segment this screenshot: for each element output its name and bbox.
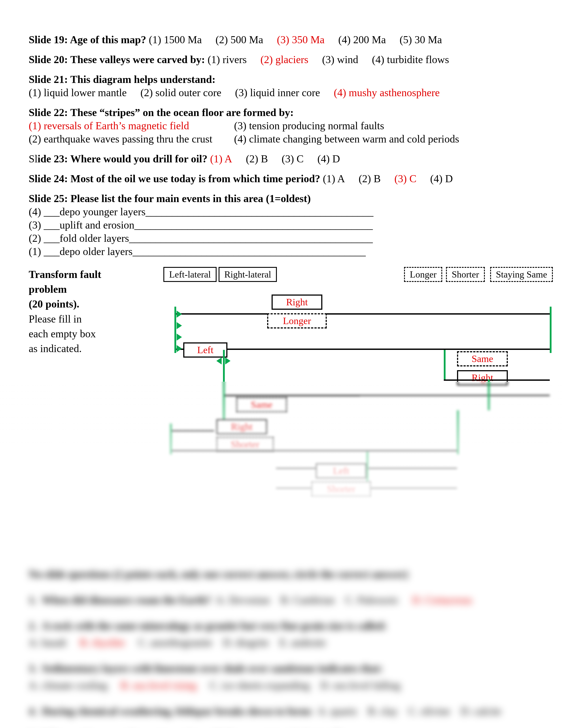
answer-box-right-3: Right: [216, 419, 267, 434]
answer-box-same-2: Same: [236, 397, 287, 412]
q21-opt-4: (4) mushy asthenosphere: [334, 86, 440, 99]
tag-left-lateral: Left-lateral: [163, 267, 216, 282]
tf-instructions: Transform fault problem (20 points). Ple…: [29, 267, 143, 356]
q21-opt-2: (2) solid outer core: [140, 86, 221, 99]
tf-instr-2: each empty box: [29, 326, 143, 341]
answer-box-right-1: Right: [271, 295, 322, 310]
q24-opt-2: (2) B: [359, 172, 381, 185]
ridge-segment-1: [174, 307, 176, 353]
answer-box-right-2: Right: [457, 370, 508, 385]
tag-shorter: Shorter: [446, 267, 485, 282]
blur-q2: 2. A rock with the same mineralogy as gr…: [29, 617, 534, 651]
q25-line-2: (2) ___fold older layers________________…: [29, 232, 534, 245]
tf-title-3: (20 points).: [29, 296, 143, 311]
answer-box-shorter-2: Shorter: [311, 481, 371, 497]
answer-box-longer-1: Longer: [267, 313, 327, 328]
q25-line-3: (3) ___uplift and erosion_______________…: [29, 218, 534, 232]
tag-staying-same: Staying Same: [490, 267, 553, 282]
q25-prompt: Slide 25: Please list the four main even…: [29, 192, 534, 205]
q23-opt-1: (1) A: [210, 152, 232, 165]
blurred-preview-content: No-slide questions (2 points each, only …: [29, 566, 534, 728]
ridge-segment-1b: [550, 307, 552, 353]
q24-prompt: Slide 24: Most of the oil we use today i…: [29, 173, 320, 184]
q25-line-4: (4) ___depo younger layers______________…: [29, 205, 534, 218]
tf-title-2: problem: [29, 282, 143, 296]
q23-opt-4: (4) D: [317, 152, 340, 165]
q24-opt-3: (3) C: [394, 172, 416, 185]
tf-instr-1: Please fill in: [29, 311, 143, 326]
q22-prompt: Slide 22: These “stripes” on the ocean f…: [29, 106, 534, 119]
question-24: Slide 24: Most of the oil we use today i…: [29, 172, 534, 185]
question-25: Slide 25: Please list the four main even…: [29, 192, 534, 258]
q20-prompt: Slide 20: These valleys were carved by:: [29, 54, 205, 65]
q23-opt-3: (3) C: [282, 152, 304, 165]
q21-opt-3: (3) liquid inner core: [235, 86, 320, 99]
q20-opt-3: (3) wind: [322, 53, 358, 66]
q19-opt-3: (3) 350 Ma: [277, 33, 325, 46]
q23-prompt: ide 23: Where would you drill for oil?: [38, 153, 207, 165]
q19-opt-2: (2) 500 Ma: [215, 33, 263, 46]
q22-opt-3: (3) tension producing normal faults: [234, 119, 459, 132]
answer-box-left-2: Left: [316, 463, 367, 478]
q20-opt-1: (1) rivers: [207, 53, 246, 66]
tf-header-labels: Left-lateral Right-lateral Longer Shorte…: [157, 267, 563, 285]
q24-opt-4: (4) D: [430, 172, 453, 185]
tag-longer: Longer: [404, 267, 442, 282]
q22-opt-2: (2) earthquake waves passing thru the cr…: [29, 132, 234, 146]
answer-box-left-1: Left: [183, 342, 227, 358]
tf-instr-3: as indicated.: [29, 341, 143, 356]
question-19: Slide 19: Age of this map? (1) 1500 Ma (…: [29, 33, 534, 46]
answer-box-shorter-1: Shorter: [216, 437, 274, 452]
transform-fault-diagram: Right Longer Left Same Right Same: [157, 300, 554, 525]
q19-opt-4: (4) 200 Ma: [338, 33, 386, 46]
q20-opt-2: (2) glaciers: [260, 53, 308, 66]
blur-q4: 4. During chemical weathering, feldspar …: [29, 703, 534, 720]
q20-opt-4: (4) turbidite flows: [372, 53, 449, 66]
question-21: Slide 21: This diagram helps understand:…: [29, 73, 534, 99]
question-22: Slide 22: These “stripes” on the ocean f…: [29, 106, 534, 146]
blur-q3: 3. Sedimentary layers with limestone ove…: [29, 660, 534, 694]
tag-right-lateral: Right-lateral: [218, 267, 277, 282]
tf-title-1: Transform fault: [29, 267, 143, 282]
question-23: Slide 23: Where would you drill for oil?…: [29, 152, 534, 165]
q22-opt-4: (4) climate changing between warm and co…: [234, 132, 459, 146]
transform-fault-problem: Transform fault problem (20 points). Ple…: [29, 267, 534, 532]
q23-prefix: Sl: [29, 153, 38, 165]
blur-q1: 1. When did dinosaurs roam the Earth? A.…: [29, 592, 534, 609]
q22-opt-1: (1) reversals of Earth’s magnetic field: [29, 119, 234, 132]
q25-line-1: (1) ___depo older layers________________…: [29, 245, 534, 258]
q21-opt-1: (1) liquid lower mantle: [29, 86, 127, 99]
q21-prompt: Slide 21: This diagram helps understand:: [29, 73, 534, 86]
q19-opt-1: (1) 1500 Ma: [149, 33, 202, 46]
q23-opt-2: (2) B: [246, 152, 268, 165]
blur-heading: No-slide questions (2 points each, only …: [29, 566, 534, 583]
q19-prompt: Slide 19: Age of this map?: [29, 34, 146, 45]
answer-box-same-1: Same: [457, 351, 508, 366]
question-20: Slide 20: These valleys were carved by: …: [29, 53, 534, 66]
q19-opt-5: (5) 30 Ma: [400, 33, 442, 46]
q24-opt-1: (1) A: [323, 172, 345, 185]
